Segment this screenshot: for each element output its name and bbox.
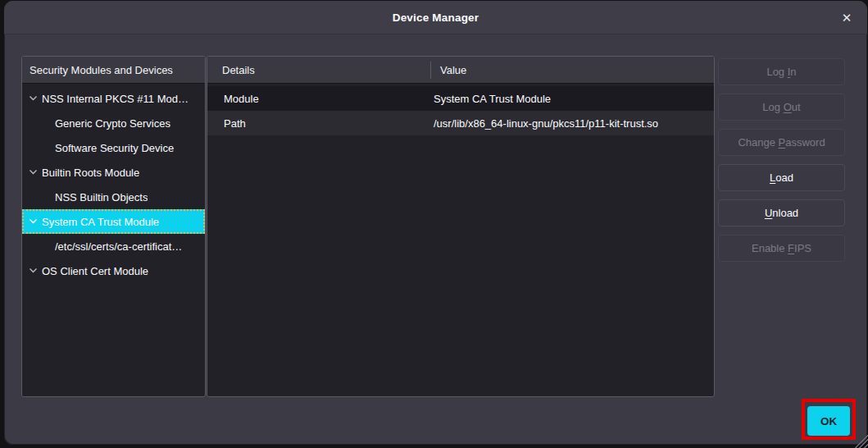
details-column-header: Details bbox=[222, 64, 255, 76]
chevron-down-icon[interactable] bbox=[29, 94, 38, 103]
details-row-path[interactable]: Path/usr/lib/x86_64-linux-gnu/pkcs11/p11… bbox=[207, 111, 714, 135]
button-label-part: O bbox=[784, 101, 792, 113]
details-rows: ModuleSystem CA Trust ModulePath/usr/lib… bbox=[207, 84, 714, 135]
screen: Device Manager ✕ Security Modules and De… bbox=[0, 0, 868, 448]
window-title: Device Manager bbox=[393, 11, 479, 24]
button-label-part: oad bbox=[775, 171, 793, 184]
chevron-down-icon[interactable] bbox=[29, 167, 38, 176]
value-column-header: Value bbox=[440, 64, 466, 76]
tree-item-label: OS Client Cert Module bbox=[42, 265, 148, 277]
button-label-part: IPS bbox=[794, 242, 811, 254]
tree-item-os-client-cert-module[interactable]: OS Client Cert Module bbox=[22, 258, 205, 283]
detail-value: /usr/lib/x86_64-linux-gnu/pkcs11/p11-kit… bbox=[434, 117, 658, 130]
security-modules-header-label: Security Modules and Devices bbox=[30, 64, 173, 76]
tree-item-nss-internal-pkcs-11-mod[interactable]: NSS Internal PKCS #11 Mod… bbox=[22, 86, 205, 111]
titlebar[interactable]: Device Manager ✕ bbox=[4, 1, 867, 34]
button-label-part: Log bbox=[762, 101, 783, 113]
device-manager-dialog: Device Manager ✕ Security Modules and De… bbox=[4, 1, 867, 445]
button-label-part: F bbox=[788, 242, 794, 254]
tree-item-label: /etc/ssl/certs/ca-certificat… bbox=[55, 240, 182, 253]
tree-item-label: Generic Crypto Services bbox=[55, 117, 170, 130]
tree-item-builtin-roots-module[interactable]: Builtin Roots Module bbox=[22, 160, 205, 185]
enable-fips-button: Enable FIPS bbox=[718, 235, 845, 262]
button-label-part: ut bbox=[792, 101, 801, 113]
module-tree: NSS Internal PKCS #11 Mod…Generic Crypto… bbox=[22, 84, 205, 283]
load-button[interactable]: Load bbox=[718, 164, 845, 191]
button-label-part: U bbox=[765, 207, 772, 219]
log-in-button: Log In bbox=[718, 58, 845, 85]
detail-value: System CA Trust Module bbox=[434, 93, 551, 105]
tree-item-system-ca-trust-module[interactable]: System CA Trust Module bbox=[22, 209, 205, 234]
close-icon[interactable]: ✕ bbox=[836, 7, 857, 29]
details-header: Details Value bbox=[207, 57, 714, 84]
tree-item-software-security-device[interactable]: Software Security Device bbox=[22, 135, 205, 160]
tree-item-etc-ssl-certs-ca-certificat[interactable]: /etc/ssl/certs/ca-certificat… bbox=[22, 234, 205, 258]
button-label-part: Change bbox=[738, 136, 778, 149]
log-out-button: Log Out bbox=[718, 94, 845, 121]
column-divider bbox=[430, 62, 431, 79]
chevron-down-icon[interactable] bbox=[29, 217, 38, 226]
detail-label: Path bbox=[224, 117, 246, 130]
tree-item-label: NSS Builtin Objects bbox=[55, 191, 148, 203]
button-label-part: Enable bbox=[752, 242, 788, 254]
tree-item-label: Software Security Device bbox=[55, 142, 174, 154]
tree-item-nss-builtin-objects[interactable]: NSS Builtin Objects bbox=[22, 185, 205, 209]
button-label-part: P bbox=[779, 136, 786, 149]
tree-item-label: System CA Trust Module bbox=[42, 216, 159, 228]
unload-button[interactable]: Unload bbox=[718, 199, 845, 226]
security-modules-header: Security Modules and Devices bbox=[22, 57, 205, 84]
chevron-down-icon[interactable] bbox=[29, 266, 38, 275]
button-label-part: nload bbox=[772, 207, 798, 219]
tree-item-generic-crypto-services[interactable]: Generic Crypto Services bbox=[22, 111, 205, 135]
button-label-part: Log bbox=[766, 66, 787, 78]
detail-label: Module bbox=[224, 93, 259, 105]
change-password-button: Change Password bbox=[718, 129, 845, 156]
details-panel: Details Value ModuleSystem CA Trust Modu… bbox=[207, 56, 715, 397]
tree-item-label: Builtin Roots Module bbox=[42, 167, 139, 179]
side-buttons: Log InLog OutChange PasswordLoadUnloadEn… bbox=[718, 58, 845, 270]
tree-item-label: NSS Internal PKCS #11 Mod… bbox=[42, 93, 189, 105]
button-label-part: assword bbox=[785, 136, 825, 149]
details-row-module[interactable]: ModuleSystem CA Trust Module bbox=[207, 86, 714, 111]
ok-button[interactable]: OK bbox=[807, 406, 850, 436]
button-label-part: n bbox=[790, 66, 796, 78]
security-modules-panel: Security Modules and Devices NSS Interna… bbox=[21, 56, 206, 397]
